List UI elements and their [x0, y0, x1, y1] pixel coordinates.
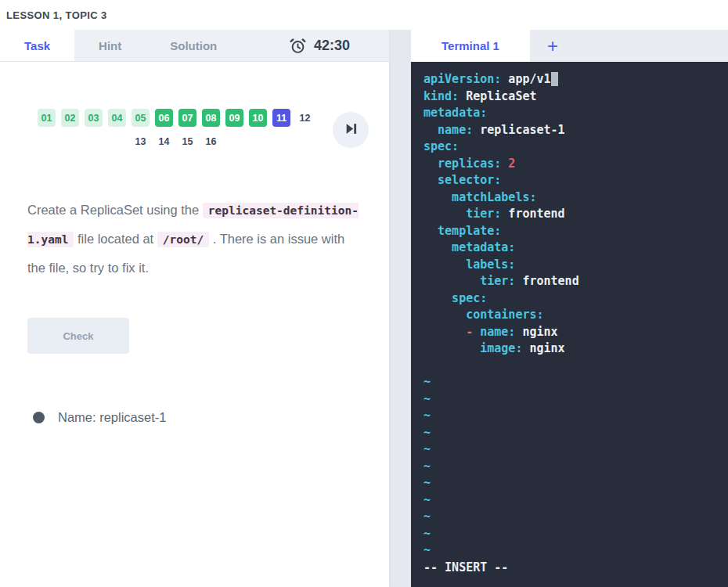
step-16[interactable]: 16 — [202, 132, 220, 150]
step-13[interactable]: 13 — [132, 132, 150, 150]
step-04[interactable]: 04 — [108, 109, 126, 127]
skip-to-next-icon — [344, 122, 358, 138]
step-03[interactable]: 03 — [85, 109, 103, 127]
terminal-line: apiVersion: app/v1 — [423, 71, 720, 88]
terminal-tilde-line: ~ — [423, 391, 720, 409]
requirement-label: Name: replicaset-1 — [58, 410, 166, 425]
task-panel-tabs: Task Hint Solution 42:30 — [0, 30, 389, 62]
task-description: Create a ReplicaSet using the replicaset… — [27, 196, 362, 282]
new-terminal-button[interactable]: + — [530, 30, 575, 62]
step-06[interactable]: 06 — [155, 109, 173, 127]
terminal-line: spec: — [423, 139, 720, 156]
terminal-line: labels: — [423, 257, 720, 274]
lesson-breadcrumb: LESSON 1, TOPIC 3 — [0, 0, 728, 30]
terminal-line: tier: frontend — [423, 206, 720, 223]
alarm-clock-icon — [289, 37, 307, 55]
terminal-tilde-line: ~ — [423, 374, 720, 391]
terminal-line: metadata: — [423, 239, 720, 257]
tab-solution[interactable]: Solution — [146, 30, 241, 61]
step-11[interactable]: 11 — [272, 109, 290, 127]
terminal-line: name: replicaset-1 — [423, 122, 720, 139]
terminal-tilde-line: ~ — [423, 408, 720, 425]
step-05[interactable]: 05 — [132, 109, 150, 127]
steps-grid: 01020304050607080910111213141516 — [28, 109, 323, 150]
tab-task[interactable]: Task — [0, 30, 74, 61]
requirement-item: Name: replicaset-1 — [33, 410, 389, 425]
tab-hint[interactable]: Hint — [74, 30, 146, 61]
bullet-dot-icon — [33, 412, 45, 423]
terminal-tilde-line: ~ — [423, 542, 720, 560]
lesson-label: LESSON 1, TOPIC 3 — [6, 9, 107, 21]
terminal-line — [423, 358, 720, 375]
inline-code: /root/ — [157, 232, 209, 247]
terminal-line: replicas: 2 — [423, 156, 720, 173]
terminal-tilde-line: ~ — [423, 509, 720, 526]
terminal-tab-bar: Terminal 1 + — [411, 30, 728, 62]
step-10[interactable]: 10 — [249, 109, 267, 127]
terminal-line: image: nginx — [423, 340, 720, 358]
terminal-tilde-line: ~ — [423, 475, 720, 492]
timer-value: 42:30 — [314, 38, 350, 54]
vim-status-line: -- INSERT -- — [423, 560, 720, 577]
terminal-tilde-line: ~ — [423, 526, 720, 543]
terminal-line: - name: nginx — [423, 324, 720, 341]
step-01[interactable]: 01 — [38, 109, 56, 127]
terminal-line: template: — [423, 223, 720, 240]
countdown-timer: 42:30 — [289, 30, 389, 61]
terminal-tab-1[interactable]: Terminal 1 — [411, 30, 530, 62]
terminal-screen[interactable]: apiVersion: app/v1 kind: ReplicaSetmetad… — [411, 62, 728, 587]
terminal-line: kind: ReplicaSet — [423, 88, 720, 106]
step-07[interactable]: 07 — [178, 109, 196, 127]
step-02[interactable]: 02 — [61, 109, 79, 127]
terminal-line: spec: — [423, 290, 720, 308]
task-text-part: Create a ReplicaSet using the — [27, 203, 203, 217]
terminal-line: metadata: — [423, 105, 720, 122]
terminal-panel: Terminal 1 + apiVersion: app/v1 kind: Re… — [411, 30, 728, 587]
terminal-line: selector: — [423, 172, 720, 189]
terminal-tilde-line: ~ — [423, 459, 720, 476]
steps-section: 01020304050607080910111213141516 — [28, 109, 369, 150]
step-15[interactable]: 15 — [178, 132, 196, 150]
terminal-tilde-line: ~ — [423, 425, 720, 442]
task-panel: Task Hint Solution 42:30 010203040506070… — [0, 30, 389, 587]
terminal-line: matchLabels: — [423, 189, 720, 207]
step-08[interactable]: 08 — [202, 109, 220, 127]
terminal-output: apiVersion: app/v1 kind: ReplicaSetmetad… — [423, 71, 720, 560]
check-button[interactable]: Check — [27, 318, 129, 354]
skip-step-button[interactable] — [333, 112, 369, 148]
terminal-tilde-line: ~ — [423, 492, 720, 510]
terminal-line: containers: — [423, 307, 720, 324]
step-12[interactable]: 12 — [296, 109, 314, 127]
step-14[interactable]: 14 — [155, 132, 173, 150]
terminal-line: tier: frontend — [423, 273, 720, 290]
task-text-part: file located at — [74, 232, 157, 246]
terminal-tilde-line: ~ — [423, 441, 720, 459]
step-09[interactable]: 09 — [225, 109, 243, 127]
plus-icon: + — [547, 35, 558, 57]
